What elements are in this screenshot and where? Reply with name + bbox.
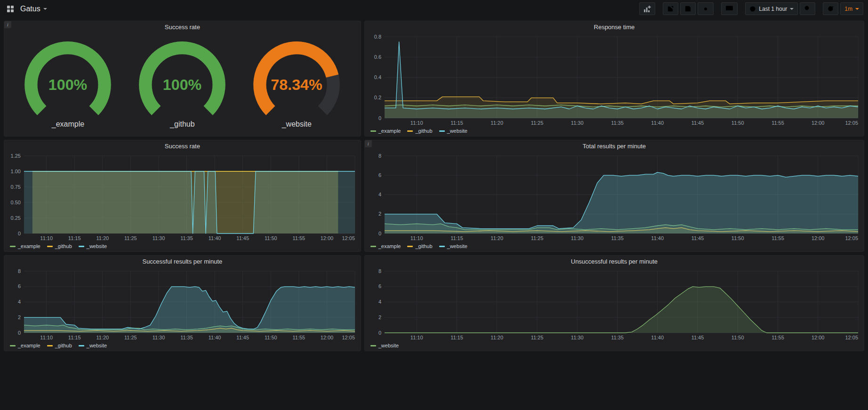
settings-button[interactable] (698, 2, 714, 15)
legend-item-_website[interactable]: _website (370, 343, 399, 348)
refresh-interval-button[interactable]: 1m (840, 2, 863, 15)
svg-text:11:55: 11:55 (772, 235, 784, 241)
svg-text:8: 8 (378, 153, 381, 159)
svg-text:11:15: 11:15 (450, 120, 463, 126)
svg-text:6: 6 (378, 283, 381, 289)
dashboard-title: Gatus (20, 5, 40, 13)
response-time-chart[interactable]: 00.20.40.60.811:1011:1511:2011:2511:3011… (367, 34, 861, 128)
svg-text:0.6: 0.6 (374, 54, 381, 60)
save-button[interactable] (680, 2, 696, 15)
zoom-out-button[interactable] (800, 2, 815, 15)
series-name: _example (378, 128, 401, 134)
monitor-icon (725, 5, 733, 12)
svg-text:11:50: 11:50 (731, 235, 744, 241)
legend-item-_website[interactable]: _website (439, 128, 467, 134)
add-panel-button[interactable] (639, 2, 655, 15)
svg-text:11:55: 11:55 (772, 120, 784, 126)
cycle-view-button[interactable] (721, 2, 738, 15)
svg-text:4: 4 (18, 299, 21, 305)
svg-text:11:20: 11:20 (96, 235, 109, 241)
svg-text:11:55: 11:55 (292, 235, 305, 241)
svg-text:11:40: 11:40 (651, 335, 664, 340)
panel-header: Unsuccessful results per minute (365, 256, 864, 267)
series-color-swatch (439, 246, 445, 247)
success-rate-legend: _example_github_website (4, 243, 361, 251)
panel-info-icon[interactable]: i (4, 21, 11, 28)
svg-text:11:15: 11:15 (450, 335, 463, 340)
series-name: _example (18, 243, 40, 249)
svg-text:11:40: 11:40 (209, 235, 221, 241)
svg-text:8: 8 (18, 268, 21, 274)
share-button[interactable] (663, 2, 678, 15)
series-color-swatch (370, 130, 376, 132)
series-name: _website (447, 128, 467, 134)
legend-item-_website[interactable]: _website (79, 343, 107, 348)
response-time-legend: _example_github_website (365, 128, 864, 136)
panel-unsuccessful-results: Unsuccessful results per minute 0246811:… (364, 255, 864, 351)
svg-text:11:50: 11:50 (265, 235, 277, 241)
legend-item-_website[interactable]: _website (79, 243, 107, 249)
svg-text:11:30: 11:30 (153, 335, 165, 340)
caret-down-icon (43, 8, 47, 10)
svg-text:0.2: 0.2 (374, 95, 381, 100)
svg-text:11:25: 11:25 (124, 235, 137, 241)
legend-item-_github[interactable]: _github (47, 243, 72, 249)
panel-title[interactable]: Total results per minute (583, 143, 646, 150)
legend-item-_github[interactable]: _github (407, 243, 432, 249)
gauge-label: _example (52, 120, 84, 129)
dashboards-menu-button[interactable] (5, 4, 16, 14)
legend-item-_github[interactable]: _github (47, 343, 72, 348)
bar-chart-plus-icon (643, 5, 651, 13)
gauge-value: 78.34% (271, 76, 322, 93)
svg-text:6: 6 (18, 283, 21, 289)
svg-text:11:10: 11:10 (410, 235, 423, 241)
svg-text:0.25: 0.25 (11, 215, 21, 221)
gauge-arc: 78.34% (241, 40, 352, 120)
svg-text:11:25: 11:25 (124, 335, 137, 340)
svg-text:0.75: 0.75 (11, 184, 21, 190)
legend-item-_example[interactable]: _example (10, 243, 40, 249)
svg-text:11:30: 11:30 (571, 235, 584, 241)
legend-item-_github[interactable]: _github (407, 128, 432, 134)
panel-response-time: Response time 00.20.40.60.811:1011:1511:… (364, 21, 864, 137)
panel-header: Success rate (4, 21, 361, 32)
series-color-swatch (79, 246, 84, 247)
legend-item-_example[interactable]: _example (370, 243, 401, 249)
dashboard-grid: i Success rate 100%_example100%_github78… (0, 17, 868, 351)
svg-text:12:00: 12:00 (812, 120, 825, 126)
panel-title[interactable]: Success rate (165, 24, 200, 31)
svg-text:11:25: 11:25 (530, 335, 543, 340)
legend-item-_website[interactable]: _website (439, 243, 467, 249)
gauge-arc: 100% (127, 40, 238, 120)
successful-results-chart[interactable]: 0246811:1011:1511:2011:2511:3011:3511:40… (6, 268, 358, 342)
series-name: _website (87, 243, 107, 249)
panel-success-rate-gauges: i Success rate 100%_example100%_github78… (4, 21, 361, 137)
svg-text:12:05: 12:05 (845, 120, 858, 126)
panel-title[interactable]: Success rate (165, 143, 200, 150)
time-range-button[interactable]: Last 1 hour (745, 2, 798, 15)
panel-title[interactable]: Unsuccessful results per minute (571, 258, 658, 265)
refresh-button[interactable] (823, 2, 838, 15)
svg-text:2: 2 (378, 211, 381, 217)
total-results-chart[interactable]: 0246811:1011:1511:2011:2511:3011:3511:40… (367, 153, 861, 243)
svg-text:11:30: 11:30 (153, 235, 165, 241)
refresh-interval-label: 1m (844, 6, 852, 12)
series-color-swatch (47, 345, 53, 346)
unsuccessful-results-chart[interactable]: 0246811:1011:1511:2011:2511:3011:3511:40… (367, 268, 861, 342)
svg-text:1.25: 1.25 (11, 153, 21, 159)
svg-text:0: 0 (18, 330, 21, 336)
success-rate-chart[interactable]: 00.250.500.751.001.2511:1011:1511:2011:2… (6, 153, 358, 243)
panel-title[interactable]: Successful results per minute (142, 258, 222, 265)
series-name: _example (18, 343, 40, 348)
panel-info-icon[interactable]: i (365, 140, 372, 147)
legend-item-_example[interactable]: _example (10, 343, 40, 348)
legend-item-_example[interactable]: _example (370, 128, 401, 134)
series-color-swatch (10, 246, 16, 247)
svg-text:11:20: 11:20 (490, 120, 503, 126)
total-results-legend: _example_github_website (365, 243, 864, 251)
dashboard-title-picker[interactable]: Gatus (20, 5, 47, 13)
panel-success-rate-timeseries: Success rate 00.250.500.751.001.2511:101… (4, 140, 361, 252)
svg-text:0: 0 (18, 231, 21, 236)
navbar-right: Last 1 hour 1m (639, 2, 863, 15)
panel-title[interactable]: Response time (594, 24, 635, 31)
